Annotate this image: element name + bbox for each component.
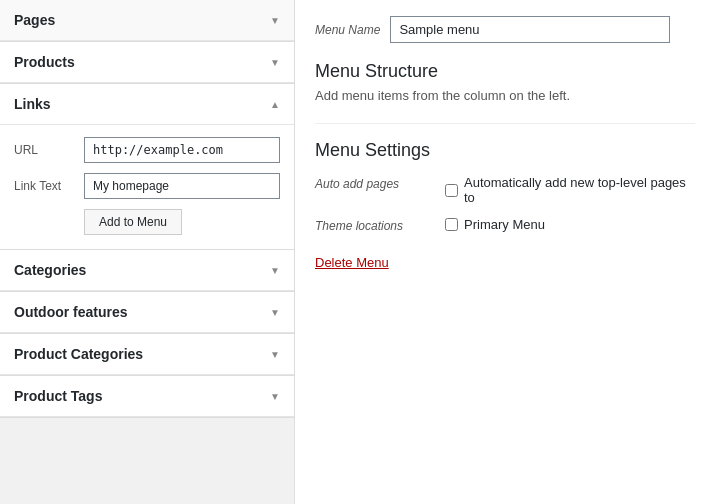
- auto-add-content: Automatically add new top-level pages to: [445, 175, 695, 205]
- accordion-outdoor: Outdoor features ▼: [0, 292, 294, 334]
- accordion-categories-label: Categories: [14, 262, 86, 278]
- accordion-product-tags: Product Tags ▼: [0, 376, 294, 418]
- accordion-categories: Categories ▼: [0, 250, 294, 292]
- divider: [315, 123, 695, 124]
- auto-add-checkbox[interactable]: [445, 184, 458, 197]
- auto-add-label: Auto add pages: [315, 175, 445, 191]
- accordion-product-categories: Product Categories ▼: [0, 334, 294, 376]
- chevron-down-icon: ▼: [270, 57, 280, 68]
- links-form-body: URL Link Text Add to Menu: [0, 125, 294, 249]
- menu-name-row: Menu Name: [315, 16, 695, 43]
- accordion-pages-header[interactable]: Pages ▼: [0, 0, 294, 41]
- chevron-up-icon: ▲: [270, 99, 280, 110]
- auto-add-text: Automatically add new top-level pages to: [464, 175, 695, 205]
- link-text-label: Link Text: [14, 179, 84, 193]
- primary-menu-label: Primary Menu: [464, 217, 545, 232]
- accordion-products-header[interactable]: Products ▼: [0, 42, 294, 83]
- chevron-down-icon: ▼: [270, 15, 280, 26]
- accordion-pages-label: Pages: [14, 12, 55, 28]
- accordion-categories-header[interactable]: Categories ▼: [0, 250, 294, 291]
- accordion-product-tags-label: Product Tags: [14, 388, 102, 404]
- accordion-outdoor-label: Outdoor features: [14, 304, 128, 320]
- chevron-down-icon: ▼: [270, 307, 280, 318]
- accordion-links-label: Links: [14, 96, 51, 112]
- delete-menu-link[interactable]: Delete Menu: [315, 255, 389, 270]
- auto-add-row: Auto add pages Automatically add new top…: [315, 175, 695, 205]
- accordion-products-label: Products: [14, 54, 75, 70]
- accordion-outdoor-header[interactable]: Outdoor features ▼: [0, 292, 294, 333]
- accordion-product-tags-header[interactable]: Product Tags ▼: [0, 376, 294, 417]
- accordion-pages: Pages ▼: [0, 0, 294, 42]
- chevron-down-icon: ▼: [270, 349, 280, 360]
- accordion-links: Links ▲ URL Link Text Add to Menu: [0, 84, 294, 250]
- accordion-products: Products ▼: [0, 42, 294, 84]
- theme-locations-label: Theme locations: [315, 217, 445, 233]
- menu-structure-desc: Add menu items from the column on the le…: [315, 88, 695, 103]
- accordion-product-categories-header[interactable]: Product Categories ▼: [0, 334, 294, 375]
- accordion-links-header[interactable]: Links ▲: [0, 84, 294, 125]
- url-input[interactable]: [84, 137, 280, 163]
- link-text-input[interactable]: [84, 173, 280, 199]
- menu-settings-title: Menu Settings: [315, 140, 695, 161]
- left-panel: Pages ▼ Products ▼ Links ▲ URL Link Text…: [0, 0, 295, 504]
- menu-name-input[interactable]: [390, 16, 670, 43]
- menu-structure-title: Menu Structure: [315, 61, 695, 82]
- accordion-product-categories-label: Product Categories: [14, 346, 143, 362]
- primary-menu-checkbox[interactable]: [445, 218, 458, 231]
- chevron-down-icon: ▼: [270, 265, 280, 276]
- chevron-down-icon: ▼: [270, 391, 280, 402]
- right-panel: Menu Name Menu Structure Add menu items …: [295, 0, 715, 504]
- theme-locations-content: Primary Menu: [445, 217, 545, 232]
- theme-locations-row: Theme locations Primary Menu: [315, 217, 695, 233]
- url-row: URL: [14, 137, 280, 163]
- url-label: URL: [14, 143, 84, 157]
- menu-name-label: Menu Name: [315, 23, 380, 37]
- link-text-row: Link Text: [14, 173, 280, 199]
- add-to-menu-button[interactable]: Add to Menu: [84, 209, 182, 235]
